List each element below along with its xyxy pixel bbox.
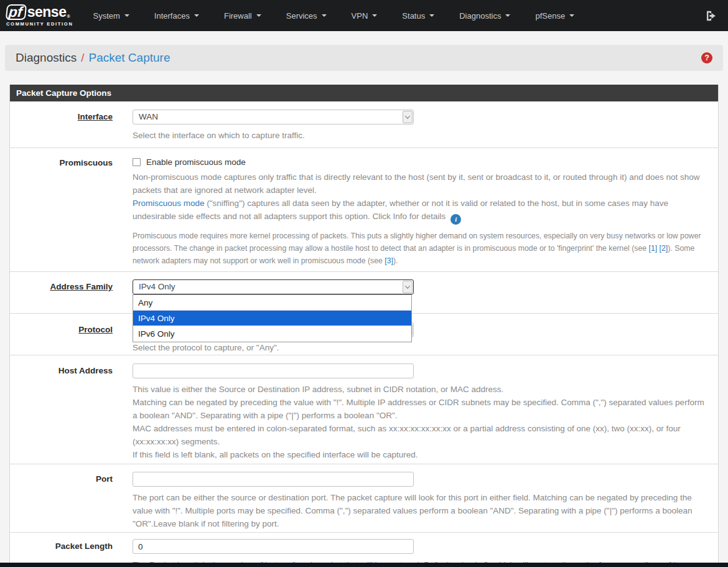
protocol-help-text: Select the protocol to capture, or "Any"… [133,341,709,354]
promiscuous-info-block: Promiscuous mode requires more kernel pr… [133,230,709,267]
interface-select[interactable]: WAN [133,110,414,124]
select-dropdown-button[interactable] [403,281,413,293]
reference-link-2[interactable]: [2] [660,244,668,253]
chevron-down-icon [569,14,574,17]
interface-help-text: Select the interface on which to capture… [133,129,709,142]
registered-mark: ® [67,14,70,20]
promiscuous-help-text: Non-promiscuous mode captures only traff… [133,171,709,225]
chevron-down-icon [256,14,261,17]
chevron-down-icon [405,283,410,288]
dropdown-option[interactable]: Any [133,295,411,311]
menu-pfsense[interactable]: pfSense [523,0,587,31]
host-address-row: Host Address This value is either the So… [10,355,718,464]
menu-vpn[interactable]: VPN [339,0,390,31]
menu-interfaces[interactable]: Interfaces [142,0,212,31]
interface-label: Interface [10,110,113,142]
promiscuous-label: Promiscuous [10,156,113,267]
chevron-down-icon [194,14,199,17]
community-edition-label: COMMUNITY EDITION [6,21,73,27]
menu-system[interactable]: System [81,0,142,31]
dropdown-option[interactable]: IPv4 Only [133,311,411,326]
help-icon[interactable]: ? [701,52,712,63]
menu-diagnostics[interactable]: Diagnostics [447,0,523,31]
port-help-text: The port can be either the source or des… [133,491,709,530]
pfsense-logo-pf: pf [6,4,27,20]
port-input[interactable] [133,472,414,487]
host-address-label: Host Address [10,363,113,461]
menu-firewall[interactable]: Firewall [212,0,274,31]
host-address-help-text: This value is either the Source or Desti… [133,383,709,461]
promiscuous-row: Promiscuous Enable promiscuous mode Non-… [10,148,718,272]
address-family-row: Address Family IPv4 Only Any IPv4 Only I… [10,272,718,314]
packet-length-input[interactable] [133,539,414,554]
chevron-down-icon [372,14,377,17]
logout-button[interactable] [702,10,719,22]
packet-capture-options-panel: Packet Capture Options Interface WAN Sel… [9,85,719,567]
chevron-down-icon [322,14,327,17]
address-family-select[interactable]: IPv4 Only [133,279,414,294]
main-menu: System Interfaces Firewall Services VPN … [81,0,587,31]
reference-link-1[interactable]: [1] [649,244,658,253]
address-family-select-value: IPv4 Only [133,280,403,294]
promiscuous-checkbox[interactable] [133,158,141,166]
top-navbar: pfsense® COMMUNITY EDITION System Interf… [0,0,728,31]
chevron-down-icon [429,14,434,17]
pfsense-logo-wordmark: pfsense® [6,4,73,20]
pfsense-logo-sense: sense [27,4,67,20]
chevron-down-icon [124,14,129,17]
promiscuous-checkbox-label: Enable promiscuous mode [146,157,246,167]
address-family-label: Address Family [10,279,113,294]
port-row: Port The port can be either the source o… [10,464,718,533]
host-address-input[interactable] [133,363,414,378]
panel-title: Packet Capture Options [10,85,718,101]
chevron-down-icon [505,14,510,17]
promiscuous-help-para2: Promiscuous mode ("sniffing") captures a… [133,197,709,225]
sign-out-icon [705,10,717,22]
breadcrumb-separator: / [81,51,84,65]
dropdown-option[interactable]: IPv6 Only [133,326,411,342]
reference-link-3[interactable]: [3] [385,256,393,265]
promiscuous-checkbox-row[interactable]: Enable promiscuous mode [133,156,709,167]
breadcrumb-section: Diagnostics [16,51,77,65]
promiscuous-mode-link[interactable]: Promiscuous mode [133,199,205,208]
address-family-dropdown-list: Any IPv4 Only IPv6 Only [133,294,412,342]
breadcrumb-page-link[interactable]: Packet Capture [89,51,170,65]
breadcrumb: Diagnostics / Packet Capture ? [5,45,723,71]
chevron-down-icon [405,113,410,118]
packet-length-row: Packet Length The Packet length is the n… [10,533,718,567]
bottom-edge-bar [0,563,728,567]
pfsense-logo[interactable]: pfsense® COMMUNITY EDITION [6,4,73,27]
menu-services[interactable]: Services [274,0,339,31]
protocol-label: Protocol [10,322,113,354]
port-label: Port [10,472,113,530]
info-icon[interactable]: i [450,214,461,225]
interface-select-value: WAN [133,110,403,124]
promiscuous-help-para1: Non-promiscuous mode captures only traff… [133,171,709,197]
select-dropdown-button[interactable] [403,111,413,123]
interface-row: Interface WAN Select the interface on wh… [10,101,718,148]
menu-status[interactable]: Status [390,0,447,31]
